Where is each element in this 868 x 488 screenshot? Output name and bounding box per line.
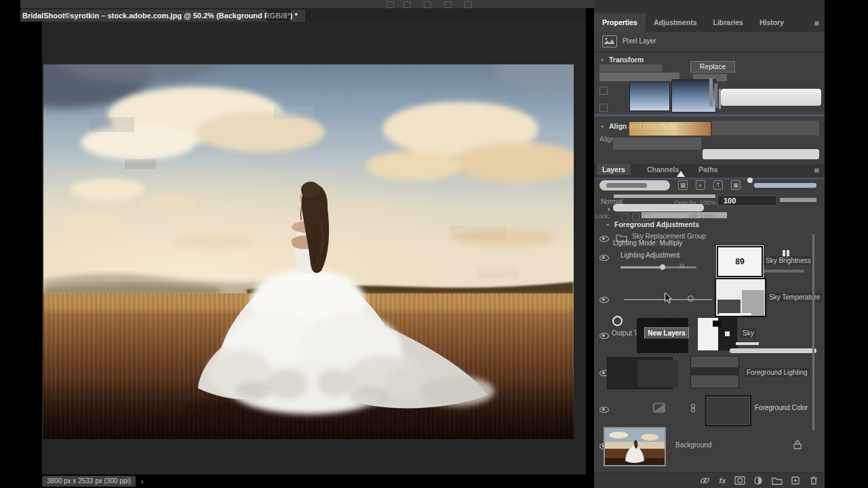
filter-type-layers-icon[interactable]: T bbox=[713, 180, 723, 190]
new-layer-icon[interactable] bbox=[791, 476, 800, 485]
glitch-block bbox=[637, 360, 678, 387]
filter-smart-object-icon[interactable] bbox=[747, 178, 753, 183]
sky-preset-thumbnail[interactable] bbox=[671, 79, 716, 113]
cursor-icon bbox=[665, 293, 673, 304]
link-mask-icon[interactable] bbox=[690, 403, 696, 413]
layers-menu-icon[interactable]: ≡ bbox=[814, 167, 819, 175]
chevron-down-icon[interactable]: ⌄ bbox=[599, 55, 605, 62]
tab-libraries[interactable]: Libraries bbox=[705, 14, 751, 32]
add-mask-icon[interactable] bbox=[734, 476, 745, 485]
layers-tab-row: Layers Channels Paths ≡ bbox=[594, 164, 825, 178]
glitch-block bbox=[712, 121, 819, 136]
glitch-block bbox=[599, 73, 679, 81]
tab-channels[interactable]: Channels bbox=[642, 164, 684, 175]
glitch-bar bbox=[736, 342, 759, 345]
layer-thumbnail[interactable] bbox=[690, 356, 739, 388]
sky-preset-thumbnail[interactable] bbox=[629, 81, 670, 111]
glitch-block bbox=[599, 104, 608, 112]
photoshop-window: BridalShoot©syrotkin – stock.adobe.com.j… bbox=[0, 0, 868, 488]
layer-type-label: Pixel Layer bbox=[623, 37, 656, 45]
layers-scrollbar[interactable] bbox=[812, 234, 814, 430]
adjustment-layer-button-icon[interactable] bbox=[753, 476, 763, 485]
delete-layer-icon[interactable] bbox=[809, 476, 818, 485]
layer-group-name[interactable]: Sky Replacement Group bbox=[632, 232, 706, 240]
eye-icon[interactable] bbox=[599, 297, 609, 303]
sun-icon: ☼ bbox=[678, 260, 686, 270]
options-tool-icon[interactable] bbox=[424, 1, 431, 8]
slider-handle[interactable] bbox=[660, 264, 665, 270]
blend-mode-dropdown[interactable]: Normal bbox=[601, 198, 623, 205]
glitch-block bbox=[599, 87, 608, 95]
status-chevron-icon[interactable]: › bbox=[141, 477, 144, 485]
document-tab[interactable]: BridalShoot©syrotkin – stock.adobe.com.j… bbox=[20, 9, 305, 22]
status-bar: 3800 px x 2533 px (300 ppi) › bbox=[42, 476, 144, 487]
transform-section-header[interactable]: Transform bbox=[609, 56, 644, 64]
layer-effects-icon[interactable]: fx bbox=[719, 476, 726, 485]
eye-icon[interactable] bbox=[599, 236, 609, 242]
layer-name-foreground-color[interactable]: Foreground Color bbox=[755, 404, 808, 411]
background-layer-thumbnail[interactable] bbox=[604, 427, 666, 466]
filter-shape-layers-icon[interactable]: ▣ bbox=[731, 180, 741, 190]
right-panel: Properties Adjustments Libraries History… bbox=[594, 0, 825, 488]
new-group-icon[interactable] bbox=[772, 476, 783, 485]
link-layers-icon[interactable] bbox=[699, 476, 711, 485]
glitch-bar bbox=[764, 270, 804, 272]
lighting-value-box[interactable]: 89 bbox=[717, 246, 763, 277]
filter-adjustment-layers-icon[interactable]: ◐ bbox=[696, 180, 705, 190]
chevron-down-icon[interactable]: ⌄ bbox=[599, 121, 605, 129]
bridal-photo[interactable] bbox=[43, 64, 574, 439]
adjustment-layer-icon[interactable] bbox=[653, 403, 665, 413]
layer-name-sky-brightness[interactable]: Sky Brightness bbox=[764, 256, 813, 265]
options-tool-icon[interactable] bbox=[403, 1, 411, 8]
eye-icon[interactable] bbox=[599, 370, 609, 376]
eye-icon[interactable] bbox=[599, 333, 609, 339]
lighting-adjustment-label: Lighting Adjustment bbox=[620, 251, 679, 259]
tab-layers[interactable]: Layers bbox=[597, 164, 631, 175]
glitch-streak bbox=[594, 114, 825, 117]
panel-top-strip bbox=[594, 0, 825, 14]
output-to-dropdown[interactable]: New Layers bbox=[644, 327, 689, 339]
options-tool-icon[interactable] bbox=[387, 1, 394, 8]
align-section-header[interactable]: Align and Distribute bbox=[609, 122, 677, 130]
layer-mask-thumbnail[interactable] bbox=[705, 395, 751, 426]
chevron-down-icon[interactable]: ⌄ bbox=[605, 220, 610, 227]
tab-history[interactable]: History bbox=[751, 14, 792, 32]
glitch-streak bbox=[594, 178, 825, 180]
options-tool-icon[interactable] bbox=[465, 1, 472, 8]
lock-label: Lock: bbox=[595, 213, 610, 220]
opacity-value-field[interactable]: 100 bbox=[717, 195, 777, 206]
align-label: Align bbox=[599, 136, 614, 143]
eye-icon[interactable] bbox=[599, 255, 609, 261]
folder-icon bbox=[616, 233, 627, 242]
glitch-bar bbox=[754, 183, 816, 188]
layer-mask-thumbnail[interactable] bbox=[715, 278, 766, 317]
chevron-right-icon[interactable]: › bbox=[608, 205, 610, 213]
opacity-label[interactable]: Opacity: 100% bbox=[674, 199, 716, 206]
group-foreground-adjustments[interactable]: Foreground Adjustments bbox=[614, 220, 699, 228]
eye-icon[interactable] bbox=[599, 407, 609, 413]
layer-filter-kind-dropdown[interactable] bbox=[599, 180, 670, 190]
glitch-block bbox=[607, 357, 673, 389]
layer-name-background[interactable]: Background bbox=[675, 441, 711, 449]
fill-label[interactable]: Fill: 100% bbox=[689, 213, 716, 220]
document-size-readout[interactable]: 3800 px x 2533 px (300 ppi) bbox=[42, 476, 136, 487]
layer-mask-thumbnail[interactable] bbox=[697, 317, 738, 351]
options-tool-icon[interactable] bbox=[444, 1, 452, 8]
glitch-ring bbox=[612, 316, 623, 326]
tab-adjustments[interactable]: Adjustments bbox=[646, 14, 705, 32]
tab-paths[interactable]: Paths bbox=[693, 164, 724, 175]
align-glitch-bar bbox=[703, 149, 819, 159]
panel-tab-row: Properties Adjustments Libraries History… bbox=[594, 14, 825, 32]
tab-properties[interactable]: Properties bbox=[594, 14, 646, 32]
slider-handle[interactable] bbox=[688, 296, 694, 302]
pixel-layer-icon bbox=[602, 35, 617, 47]
lock-icon bbox=[793, 440, 802, 449]
document-tab-bar: BridalShoot©syrotkin – stock.adobe.com.j… bbox=[20, 8, 586, 22]
panel-menu-icon[interactable]: ≡ bbox=[814, 20, 819, 28]
glitch-bar bbox=[614, 195, 715, 198]
layer-name-foreground-lighting[interactable]: Foreground Lighting bbox=[745, 368, 810, 377]
replace-sky-button[interactable]: Replace bbox=[690, 61, 735, 73]
layer-name-sky[interactable]: Sky bbox=[741, 329, 756, 338]
filter-pixel-layers-icon[interactable]: ▦ bbox=[678, 180, 688, 190]
transform-slider-track[interactable] bbox=[721, 89, 821, 106]
